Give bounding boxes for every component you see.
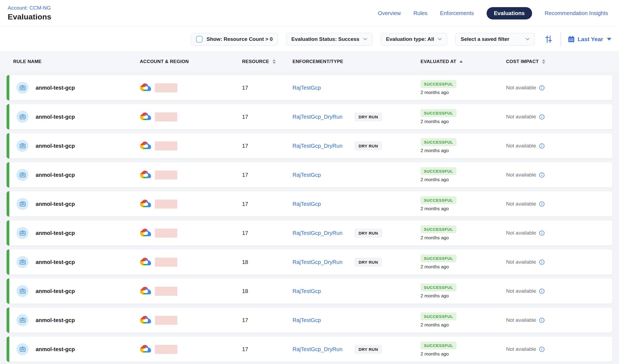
rule-cell: anmol-test-gcp — [7, 111, 140, 123]
col-rule-name[interactable]: RULE NAME — [7, 59, 140, 64]
sort-asc-icon[interactable] — [459, 61, 463, 62]
col-evaluated-at[interactable]: EVALUATED AT — [421, 59, 506, 64]
custom-rule-icon — [16, 227, 29, 239]
enforcement-link[interactable]: RajTestGcp — [293, 85, 354, 91]
info-icon[interactable] — [539, 259, 545, 265]
caret-down-icon — [607, 38, 611, 41]
evaluated-at-cell: SUCCESSFUL 2 months ago — [421, 109, 506, 124]
enforcement-link[interactable]: RajTestGcp — [293, 317, 354, 323]
table-row[interactable]: anmol-test-gcp — [7, 220, 612, 246]
evaluation-type-dropdown[interactable]: Evaluation type: All — [381, 33, 447, 46]
evaluated-at-cell: SUCCESSFUL 2 months ago — [421, 254, 506, 270]
status-badge: SUCCESSFUL — [421, 196, 456, 204]
row-accent-bar — [7, 278, 9, 304]
info-icon[interactable] — [539, 85, 545, 91]
resource-count: 18 — [242, 259, 248, 265]
resource-cell: 17 — [242, 172, 293, 178]
cost-impact-cell: Not available — [506, 143, 612, 149]
evaluations-page: Account: CCM-NG Evaluations Overview Rul… — [0, 0, 619, 364]
col-account-region[interactable]: ACCOUNT & REGION — [140, 59, 242, 64]
tab-overview[interactable]: Overview — [378, 10, 401, 16]
enforcement-link[interactable]: RajTestGcp_DryRun — [293, 230, 354, 236]
evaluated-time: 2 months ago — [421, 264, 449, 270]
evaluated-time: 2 months ago — [421, 148, 449, 153]
enforcement-link[interactable]: RajTestGcp_DryRun — [293, 143, 354, 149]
enforcement-link[interactable]: RajTestGcp — [293, 288, 354, 294]
cost-impact-cell: Not available — [506, 172, 612, 178]
evaluated-time: 2 months ago — [421, 235, 449, 241]
table-row[interactable]: anmol-test-gcp — [7, 104, 612, 129]
info-icon[interactable] — [539, 288, 545, 294]
redacted-account-name — [155, 258, 177, 267]
evaluation-status-dropdown[interactable]: Evaluation Status: Success — [286, 33, 373, 46]
gcp-cloud-icon — [140, 83, 151, 92]
rule-name: anmol-test-gcp — [36, 317, 75, 323]
tab-enforcements[interactable]: Enforcements — [440, 10, 474, 16]
saved-filter-dropdown[interactable]: Select a saved filter — [455, 33, 535, 46]
resource-count: 17 — [242, 201, 248, 207]
evaluated-time: 2 months ago — [421, 119, 449, 124]
table-row[interactable]: anmol-test-gcp — [7, 337, 612, 362]
row-accent-bar — [7, 104, 9, 129]
info-icon[interactable] — [539, 114, 545, 120]
gcp-cloud-icon — [140, 112, 151, 121]
evaluated-at-cell: SUCCESSFUL 2 months ago — [421, 196, 506, 212]
enforcement-cell: RajTestGcp — [293, 317, 421, 323]
rule-cell: anmol-test-gcp — [7, 256, 140, 268]
sort-icon[interactable] — [542, 59, 545, 64]
info-icon[interactable] — [539, 317, 545, 323]
info-icon[interactable] — [539, 230, 545, 236]
calendar-icon — [568, 36, 575, 43]
info-icon[interactable] — [539, 346, 545, 352]
enforcement-link[interactable]: RajTestGcp_DryRun — [293, 346, 354, 352]
custom-rule-icon — [16, 285, 29, 297]
table-row[interactable]: anmol-test-gcp — [7, 133, 612, 158]
tab-recommendation-insights[interactable]: Recommendation Insights — [545, 10, 608, 16]
custom-rule-icon — [16, 256, 29, 268]
cost-impact-value: Not available — [506, 230, 536, 236]
info-icon[interactable] — [539, 172, 545, 178]
resource-cell: 17 — [242, 317, 293, 323]
col-enforcement-type[interactable]: ENFORCEMENT/TYPE — [293, 59, 421, 64]
dry-run-badge: DRY RUN — [354, 229, 382, 238]
filter-panel-button[interactable] — [543, 34, 554, 45]
evaluation-status-value: Evaluation Status: Success — [291, 36, 359, 42]
cost-impact-cell: Not available — [506, 288, 612, 294]
table-row[interactable]: anmol-test-gcp — [7, 278, 612, 304]
table-row[interactable]: anmol-test-gcp — [7, 75, 612, 100]
enforcement-link[interactable]: RajTestGcp — [293, 172, 354, 178]
info-icon[interactable] — [539, 201, 545, 207]
status-badge: SUCCESSFUL — [421, 342, 456, 349]
rule-cell: anmol-test-gcp — [7, 227, 140, 239]
tab-evaluations-active[interactable]: Evaluations — [487, 7, 532, 19]
table-row[interactable]: anmol-test-gcp — [7, 308, 612, 333]
date-range-picker[interactable]: Last Year — [568, 36, 611, 43]
redacted-account-name — [155, 83, 177, 92]
date-range-value: Last Year — [578, 36, 603, 42]
gcp-cloud-icon — [140, 170, 151, 180]
evaluated-time: 2 months ago — [421, 177, 449, 183]
col-cost-impact[interactable]: COST IMPACT — [506, 59, 612, 64]
tab-rules[interactable]: Rules — [413, 10, 427, 16]
row-accent-bar — [7, 220, 9, 246]
enforcement-link[interactable]: RajTestGcp_DryRun — [293, 259, 354, 265]
sort-icon[interactable] — [272, 59, 276, 64]
table-row[interactable]: anmol-test-gcp — [7, 191, 612, 217]
custom-rule-icon — [16, 343, 29, 355]
resource-cell: 17 — [242, 143, 293, 149]
rule-cell: anmol-test-gcp — [7, 169, 140, 181]
redacted-account-name — [155, 287, 177, 296]
resource-count-filter[interactable]: Show: Resource Count > 0 — [191, 33, 278, 46]
table-row[interactable]: anmol-test-gcp — [7, 249, 612, 275]
enforcement-cell: RajTestGcp_DryRun DRY RUN — [293, 345, 421, 354]
enforcement-link[interactable]: RajTestGcp_DryRun — [293, 114, 354, 120]
resource-count-checkbox[interactable] — [196, 36, 203, 42]
info-icon[interactable] — [539, 143, 545, 149]
breadcrumb[interactable]: Account: CCM-NG — [8, 5, 51, 11]
enforcement-cell: RajTestGcp_DryRun DRY RUN — [293, 258, 421, 267]
enforcement-link[interactable]: RajTestGcp — [293, 201, 354, 207]
rule-name: anmol-test-gcp — [36, 172, 75, 178]
col-resource[interactable]: RESOURCE — [242, 59, 293, 64]
cost-impact-value: Not available — [506, 172, 536, 178]
table-row[interactable]: anmol-test-gcp — [7, 162, 612, 187]
